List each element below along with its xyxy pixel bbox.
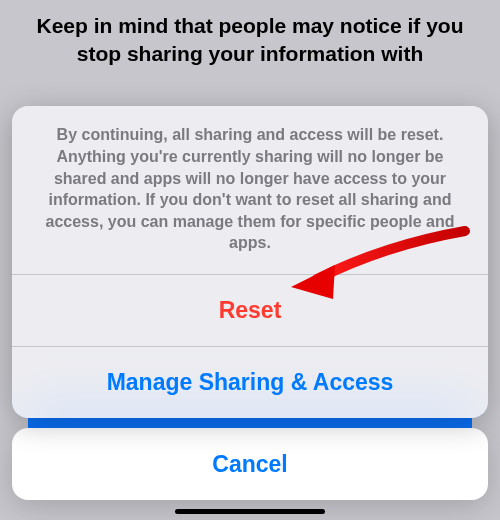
manage-sharing-button-label: Manage Sharing & Access	[107, 369, 394, 396]
manage-sharing-button[interactable]: Manage Sharing & Access	[12, 346, 488, 418]
reset-button-label: Reset	[219, 297, 282, 324]
cancel-button[interactable]: Cancel	[12, 428, 488, 500]
cancel-button-label: Cancel	[212, 451, 287, 478]
home-indicator	[175, 509, 325, 514]
action-sheet: By continuing, all sharing and access wi…	[12, 106, 488, 418]
background-heading: Keep in mind that people may notice if y…	[0, 12, 500, 69]
action-sheet-message: By continuing, all sharing and access wi…	[12, 106, 488, 274]
reset-button[interactable]: Reset	[12, 274, 488, 346]
action-sheet-container: By continuing, all sharing and access wi…	[12, 106, 488, 500]
